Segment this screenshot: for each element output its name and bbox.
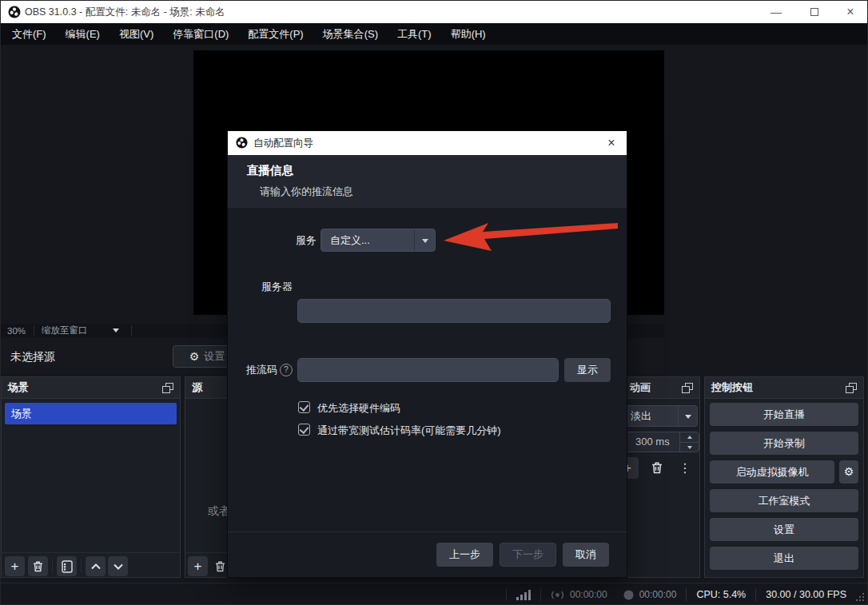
trash-icon (33, 561, 43, 572)
separator (52, 559, 53, 573)
separator (131, 325, 132, 336)
cancel-button[interactable]: 取消 (563, 543, 609, 567)
window-titlebar: OBS 31.0.3 - 配置文件: 未命名 - 场景: 未命名 — × (1, 1, 868, 23)
studio-mode-button[interactable]: 工作室模式 (710, 489, 858, 512)
maximize-button[interactable] (800, 1, 829, 23)
settings-button[interactable]: 设置 (710, 518, 858, 541)
fps-indicator: 30.00 / 30.00 FPS (766, 589, 846, 600)
chevron-down-icon (422, 239, 428, 243)
obs-main-window: OBS 31.0.3 - 配置文件: 未命名 - 场景: 未命名 — × 文件(… (0, 0, 868, 605)
stream-key-input[interactable] (297, 358, 559, 382)
chevron-down-icon (685, 415, 691, 419)
back-button[interactable]: 上一步 (436, 543, 493, 567)
server-input[interactable] (297, 299, 611, 323)
remove-transition-button[interactable] (647, 458, 667, 478)
transition-duration-value: 300 ms (635, 432, 670, 452)
separator (686, 588, 687, 601)
separator (81, 559, 82, 573)
red-arrow-icon (437, 221, 621, 253)
service-select[interactable]: 自定义... (321, 229, 436, 252)
server-label: 服务器 (261, 280, 293, 294)
service-label: 服务 (296, 233, 317, 248)
separator (34, 325, 34, 336)
gear-icon: ⚙ (844, 465, 854, 478)
cpu-usage: CPU: 5.4% (696, 589, 746, 600)
chevron-up-icon (687, 436, 692, 439)
move-scene-up-button[interactable] (86, 556, 106, 576)
zoom-mode[interactable]: 缩放至窗口 (42, 324, 88, 336)
scene-filters-button[interactable] (57, 556, 77, 576)
popout-icon[interactable] (846, 383, 858, 393)
network-signal-icon (516, 589, 531, 600)
dialog-footer-divider (228, 531, 627, 532)
show-key-button[interactable]: 显示 (564, 358, 611, 382)
transitions-dock-title: 动画 (630, 377, 651, 398)
menu-tools[interactable]: 工具(T) (388, 23, 441, 45)
menu-scene-collection[interactable]: 场景集合(S) (313, 23, 388, 45)
scene-list-item[interactable]: 场景 (5, 403, 177, 424)
separator (506, 588, 507, 601)
dialog-title: 自动配置向导 (253, 131, 313, 155)
scenes-dock-toolbar: + (2, 552, 180, 577)
source-properties-label: 设置 (204, 349, 225, 364)
transition-select-value: 淡出 (631, 406, 651, 426)
auto-config-wizard-dialog: 自动配置向导 × 直播信息 请输入你的推流信息 服务 自定义... 服务器 推流… (227, 130, 627, 578)
zoom-level: 30% (7, 326, 26, 336)
popout-icon[interactable] (162, 383, 174, 393)
controls-dock-header: 控制按钮 (705, 377, 863, 399)
controls-dock-title: 控制按钮 (711, 377, 753, 398)
popout-icon[interactable] (682, 383, 694, 393)
streaming-status-icon (551, 590, 564, 600)
menu-profile[interactable]: 配置文件(P) (238, 23, 313, 45)
trash-icon (215, 561, 225, 572)
add-source-button[interactable]: + (188, 556, 208, 576)
start-recording-button[interactable]: 开始录制 (710, 432, 858, 455)
obs-logo-icon (8, 6, 21, 18)
status-bar: 00:00:00 00:00:00 CPU: 5.4% 30.00 / 30.0… (1, 583, 868, 605)
service-select-arrow (414, 229, 435, 251)
bandwidth-test-label: 通过带宽测试估计码率(可能需要几分钟) (317, 424, 501, 438)
service-select-value: 自定义... (330, 229, 370, 251)
separator (540, 588, 541, 601)
menu-bar: 文件(F) 编辑(E) 视图(V) 停靠窗口(D) 配置文件(P) 场景集合(S… (1, 23, 868, 45)
menu-docks[interactable]: 停靠窗口(D) (163, 23, 238, 45)
close-button[interactable]: × (836, 1, 865, 23)
virtual-camera-settings-button[interactable]: ⚙ (839, 460, 858, 484)
menu-help[interactable]: 帮助(H) (441, 23, 496, 45)
next-button[interactable]: 下一步 (500, 543, 556, 567)
help-icon[interactable]: ? (280, 364, 293, 376)
add-scene-button[interactable]: + (5, 556, 25, 576)
bandwidth-test-checkbox[interactable] (298, 424, 310, 436)
scenes-dock: 场景 场景 + (1, 376, 181, 578)
move-scene-down-button[interactable] (108, 556, 128, 576)
transition-properties-button[interactable]: ⋮ (677, 457, 693, 479)
stepper-up-button[interactable] (680, 432, 699, 442)
wizard-heading: 直播信息 (247, 163, 293, 178)
stepper-arrows (679, 432, 699, 452)
start-streaming-button[interactable]: 开始直播 (710, 403, 858, 426)
wizard-subheading: 请输入你的推流信息 (260, 185, 353, 199)
dialog-titlebar: 自动配置向导 × (228, 131, 627, 155)
start-virtual-camera-button[interactable]: 启动虚拟摄像机 (710, 460, 834, 484)
dialog-close-button[interactable]: × (596, 131, 627, 155)
remove-scene-button[interactable] (28, 556, 48, 576)
recording-status-icon (623, 590, 634, 600)
maximize-icon (810, 8, 818, 16)
menu-file[interactable]: 文件(F) (2, 23, 56, 45)
zoom-mode-dropdown-icon[interactable] (112, 327, 120, 335)
stepper-down-button[interactable] (680, 442, 699, 452)
window-title: OBS 31.0.3 - 配置文件: 未命名 - 场景: 未命名 (25, 1, 225, 23)
menu-view[interactable]: 视图(V) (109, 23, 163, 45)
recording-timer: 00:00:00 (639, 589, 677, 600)
chevron-down-icon (687, 446, 692, 449)
resize-grip[interactable] (856, 593, 864, 601)
streaming-timer: 00:00:00 (570, 589, 607, 600)
gear-icon: ⚙ (189, 350, 200, 363)
menu-edit[interactable]: 编辑(E) (56, 23, 109, 45)
exit-button[interactable]: 退出 (710, 547, 858, 570)
scenes-dock-header: 场景 (2, 377, 180, 399)
minimize-button[interactable]: — (762, 1, 790, 23)
hardware-encoder-checkbox[interactable] (298, 401, 310, 413)
trash-icon (651, 462, 663, 474)
transition-select-arrow (678, 406, 697, 426)
